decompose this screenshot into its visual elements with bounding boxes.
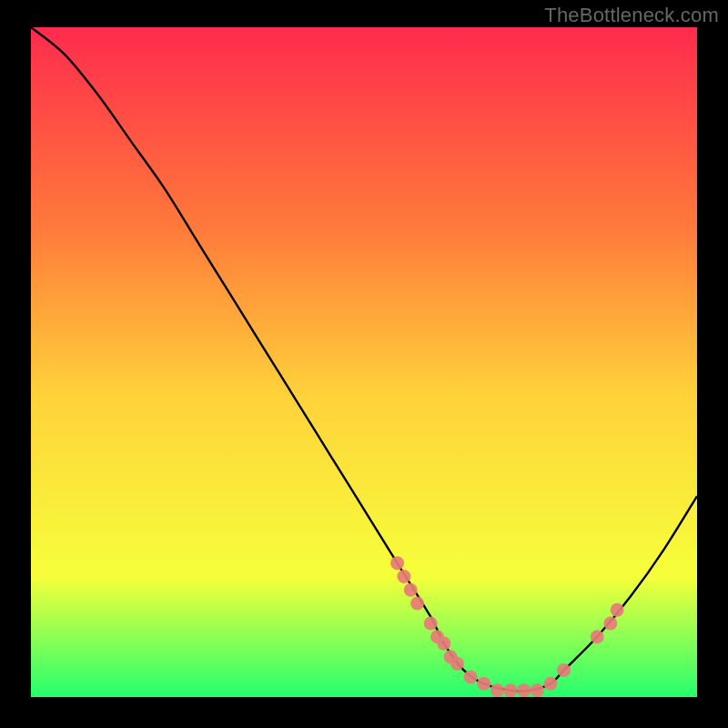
curve-marker (557, 663, 571, 677)
curve-marker (464, 670, 478, 683)
plot-area (31, 27, 697, 697)
chart-frame: TheBottleneck.com (0, 0, 728, 728)
curve-marker (397, 570, 410, 583)
curve-marker (477, 677, 490, 691)
curve-marker (390, 556, 404, 570)
curve-marker (437, 637, 450, 651)
curve-marker (603, 617, 617, 631)
curve-marker (517, 683, 531, 697)
watermark-text: TheBottleneck.com (544, 4, 719, 27)
curve-marker (611, 603, 624, 617)
bottleneck-chart (31, 27, 697, 697)
curve-marker (543, 677, 557, 691)
curve-marker (410, 596, 424, 610)
curve-marker (404, 583, 418, 597)
curve-marker (424, 617, 438, 631)
curve-marker (450, 657, 464, 671)
curve-marker (591, 630, 604, 643)
gradient-background (31, 27, 697, 697)
curve-marker (490, 683, 504, 697)
curve-marker (504, 683, 518, 697)
curve-marker (531, 683, 544, 697)
